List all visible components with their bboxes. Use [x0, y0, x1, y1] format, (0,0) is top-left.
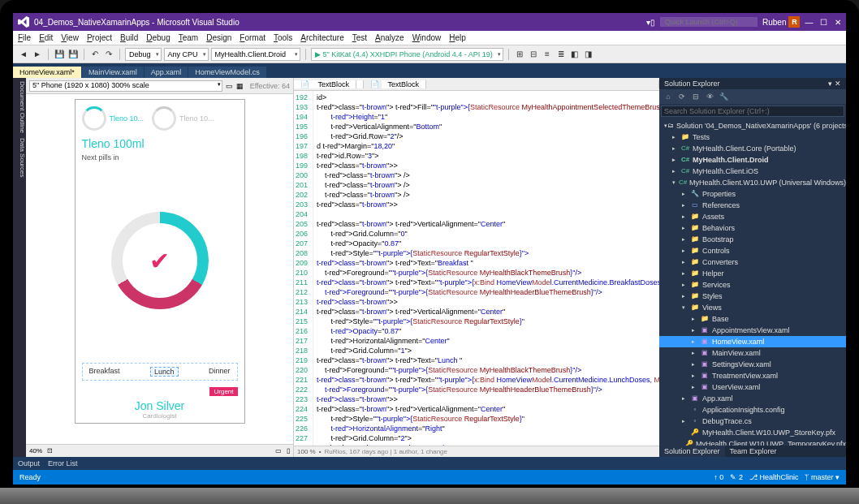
- tree-node[interactable]: ▸📁Converters: [659, 256, 846, 268]
- grid-icon[interactable]: ▦: [236, 82, 244, 90]
- solution-tree[interactable]: ▾🗂Solution '04_Demos_NativeXamarinApps' …: [659, 118, 846, 446]
- meal-lunch[interactable]: Lunch: [150, 367, 179, 377]
- tree-node[interactable]: ▸▣UserView.xaml: [659, 381, 846, 393]
- menu-window[interactable]: Window: [412, 33, 442, 42]
- sol-home-icon[interactable]: ⌂: [663, 93, 674, 101]
- split-v-icon[interactable]: ▯: [287, 447, 290, 454]
- menu-build[interactable]: Build: [120, 33, 138, 42]
- user-name[interactable]: Ruben: [762, 18, 786, 27]
- sol-prop-icon[interactable]: 🔧: [718, 93, 729, 101]
- tree-node[interactable]: ▾C#MyHealth.Client.W10.UWP (Universal Wi…: [659, 177, 846, 188]
- tree-node[interactable]: ▸📁Behaviors: [659, 222, 846, 234]
- redo-icon[interactable]: ↷: [103, 49, 114, 60]
- tb-i6[interactable]: ◨: [583, 49, 594, 60]
- tb-i5[interactable]: ◧: [569, 49, 581, 60]
- tree-node[interactable]: ▸📁Helper: [659, 268, 846, 279]
- tree-node[interactable]: ▸▫DebugTrace.cs: [659, 416, 846, 427]
- tree-node[interactable]: ▸📁Styles: [659, 291, 846, 302]
- sol-showall-icon[interactable]: 👁: [704, 93, 715, 101]
- maximize-icon[interactable]: ☐: [820, 18, 827, 27]
- tb-i3[interactable]: ≡: [542, 49, 553, 60]
- fwd-icon[interactable]: ►: [32, 49, 43, 60]
- tree-node[interactable]: 🔑MyHealth.Client.W10.UWP_TemporaryKey.pf…: [659, 438, 846, 446]
- rail-tab[interactable]: Document Outline: [13, 81, 26, 133]
- fit-icon[interactable]: ⊡: [47, 447, 53, 454]
- tb-i4[interactable]: ≣: [555, 49, 567, 60]
- tree-node[interactable]: ▸C#MyHealth.Client.iOS: [659, 166, 846, 177]
- platform-dropdown[interactable]: Any CPU: [164, 48, 209, 61]
- menu-test[interactable]: Test: [352, 33, 367, 42]
- menu-project[interactable]: Project: [87, 33, 112, 42]
- meals-row[interactable]: Breakfast Lunch Dinner: [82, 363, 238, 381]
- menu-debug[interactable]: Debug: [146, 33, 170, 42]
- menu-view[interactable]: View: [61, 33, 79, 42]
- rail-tab[interactable]: Data Sources: [13, 138, 26, 177]
- tb-i2[interactable]: ⊟: [528, 49, 539, 60]
- saveall-icon[interactable]: 💾: [67, 49, 79, 60]
- zoom-code[interactable]: 100 %: [297, 448, 316, 455]
- tree-node[interactable]: ▸C#MyHealth.Client.Droid: [659, 154, 846, 166]
- sol-refresh-icon[interactable]: ⟳: [676, 93, 688, 101]
- menu-analyze[interactable]: Analyze: [375, 33, 404, 42]
- run-button[interactable]: 5" KitKat (4.4) XXHDPI Phone (Android 4.…: [311, 48, 503, 61]
- bottom-tab[interactable]: Output: [18, 459, 40, 467]
- bottom-tab[interactable]: Error List: [48, 459, 78, 467]
- menu-edit[interactable]: Edit: [39, 33, 53, 42]
- tree-node[interactable]: ▸▣HomeView.xaml: [659, 336, 846, 347]
- quick-launch-input[interactable]: [660, 17, 758, 27]
- tree-node[interactable]: ▸C#MyHealth.Client.Core (Portable): [659, 143, 846, 154]
- code-text[interactable]: id> t-red">class="t-brown"> t-red">Fill=…: [313, 91, 659, 446]
- tree-node[interactable]: ▸▣App.xaml: [659, 393, 846, 404]
- menu-tools[interactable]: Tools: [274, 33, 292, 42]
- status-repo[interactable]: ⎇ HealthClinic: [749, 473, 799, 481]
- split-h-icon[interactable]: ▭: [275, 447, 282, 454]
- menu-format[interactable]: Format: [240, 33, 265, 42]
- tree-node[interactable]: ▾📁Views: [659, 302, 846, 313]
- back-icon[interactable]: ◄: [18, 49, 29, 60]
- menu-file[interactable]: File: [18, 33, 31, 42]
- tree-node[interactable]: ▸▭References: [659, 200, 846, 211]
- user-avatar[interactable]: R: [788, 16, 800, 28]
- tree-node[interactable]: ▸📁Controls: [659, 245, 846, 256]
- phone-preview[interactable]: Tleno 10... Tleno 10... Tleno 100ml Next…: [75, 99, 245, 424]
- code-combo-left[interactable]: 📄 TextBlock: [294, 80, 364, 88]
- sol-root[interactable]: ▾🗂Solution '04_Demos_NativeXamarinApps' …: [659, 120, 846, 131]
- undo-icon[interactable]: ↶: [89, 49, 101, 60]
- doc-tab[interactable]: App.xaml: [145, 67, 188, 78]
- zoom-label[interactable]: 40%: [29, 447, 42, 454]
- tree-node[interactable]: ▸▣MainView.xaml: [659, 347, 846, 359]
- doc-tab[interactable]: HomeView.xaml*: [13, 67, 81, 78]
- doc-tab[interactable]: MainView.xaml: [82, 67, 144, 78]
- orient-icon[interactable]: ▭: [226, 82, 233, 90]
- sol-collapse-icon[interactable]: ⊟: [690, 93, 701, 101]
- sol-bottom-tabs[interactable]: Solution ExplorerTeam Explorer: [659, 446, 846, 457]
- sol-search-input[interactable]: [661, 106, 844, 117]
- tree-node[interactable]: ▸🔧Properties: [659, 188, 846, 200]
- close-icon[interactable]: ✕: [835, 18, 841, 27]
- tree-node[interactable]: ▸📁Bootstrap: [659, 234, 846, 245]
- tree-node[interactable]: ▸📁Assets: [659, 211, 846, 222]
- notify-icon[interactable]: ▾▯: [646, 18, 655, 27]
- doc-tab[interactable]: HomeViewModel.cs: [188, 67, 265, 78]
- minimize-icon[interactable]: —: [805, 18, 813, 27]
- tb-i1[interactable]: ⊞: [514, 49, 525, 60]
- left-rail[interactable]: Document OutlineData Sources: [13, 78, 26, 457]
- status-pending[interactable]: ✎ 2: [730, 473, 743, 481]
- bottom-tabs[interactable]: OutputError List: [13, 457, 846, 470]
- tree-node[interactable]: ▸📁Services: [659, 279, 846, 291]
- tree-node[interactable]: ▸📁Base: [659, 313, 846, 325]
- sol-tab[interactable]: Solution Explorer: [659, 446, 725, 457]
- status-publish[interactable]: ↑ 0: [714, 473, 723, 481]
- menu-team[interactable]: Team: [179, 33, 198, 42]
- sol-pin-icon[interactable]: ▾ ✕: [828, 80, 841, 88]
- code-editor[interactable]: 192 193 194 195 196 197 198 199 200 201 …: [294, 91, 659, 446]
- menu-architecture[interactable]: Architecture: [300, 33, 343, 42]
- tree-node[interactable]: ▸▣SettingsView.xaml: [659, 359, 846, 370]
- device-dropdown[interactable]: 5" Phone (1920 x 1080) 300% scale: [29, 80, 222, 92]
- tree-node[interactable]: ▫ApplicationInsights.config: [659, 404, 846, 416]
- save-icon[interactable]: 💾: [54, 49, 65, 60]
- menu-design[interactable]: Design: [206, 33, 231, 42]
- startup-dropdown[interactable]: MyHealth.Client.Droid: [211, 48, 300, 61]
- tree-node[interactable]: ▸▣TreatmentView.xaml: [659, 370, 846, 381]
- config-dropdown[interactable]: Debug: [125, 48, 162, 61]
